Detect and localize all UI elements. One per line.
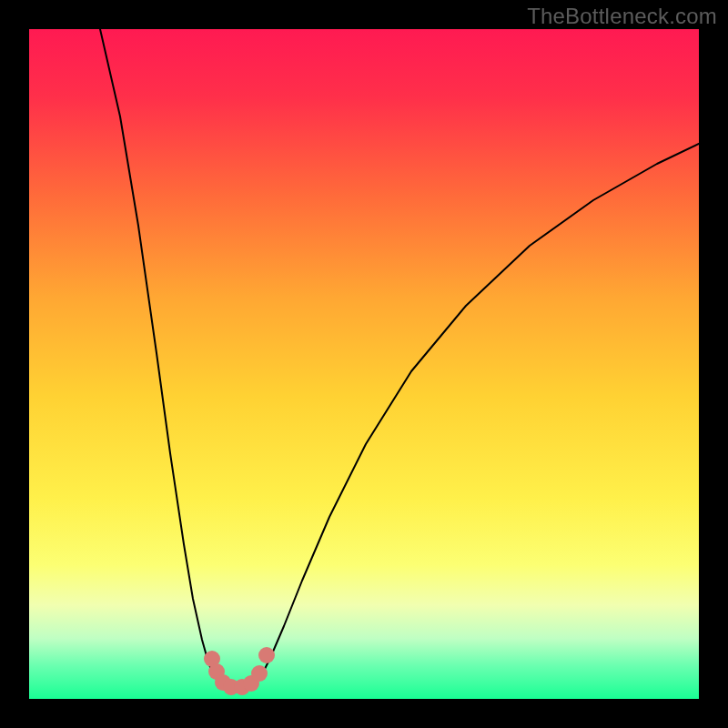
bottleneck-curve bbox=[100, 29, 699, 688]
trough-marker bbox=[258, 647, 275, 663]
plot-area bbox=[29, 29, 699, 699]
chart-frame: TheBottleneck.com bbox=[0, 0, 728, 728]
trough-marker bbox=[251, 665, 268, 682]
trough-markers bbox=[204, 647, 275, 695]
curve-layer bbox=[29, 29, 699, 699]
watermark-text: TheBottleneck.com bbox=[527, 4, 717, 29]
